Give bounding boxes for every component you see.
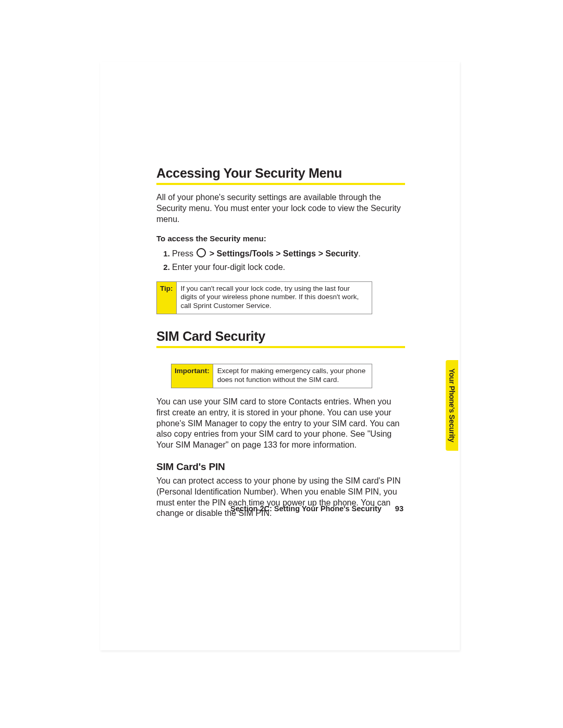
heading-rule xyxy=(156,183,405,185)
footer-page-number: 93 xyxy=(395,504,403,513)
lead-in-label: To access the Security menu: xyxy=(156,234,405,243)
side-tab: Your Phone's Security xyxy=(446,360,458,451)
page-content: Accessing Your Security Menu All of your… xyxy=(100,61,460,519)
intro-paragraph: All of your phone's security settings ar… xyxy=(156,192,405,225)
important-box: Important: Except for making emergency c… xyxy=(171,364,372,388)
document-page: Your Phone's Security Accessing Your Sec… xyxy=(100,61,460,526)
tip-text: If you can't recall your lock code, try … xyxy=(177,282,372,314)
subheading-sim-pin: SIM Card's PIN xyxy=(156,461,405,473)
tip-box: Tip: If you can't recall your lock code,… xyxy=(156,281,372,315)
steps-list: Press > Settings/Tools > Settings > Secu… xyxy=(156,248,405,273)
heading-accessing-security-menu: Accessing Your Security Menu xyxy=(156,166,405,181)
heading-rule-2 xyxy=(156,346,405,348)
footer-section: Section 2C: Setting Your Phone's Securit… xyxy=(230,504,382,513)
tip-label: Tip: xyxy=(157,282,177,314)
step-1-text-b: > Settings/Tools > Settings > Security xyxy=(207,249,358,258)
step-2: Enter your four-digit lock code. xyxy=(172,262,405,273)
ok-button-icon xyxy=(197,248,206,257)
important-label: Important: xyxy=(172,364,213,388)
important-text: Except for making emergency calls, your … xyxy=(213,364,372,388)
sim-paragraph: You can use your SIM card to store Conta… xyxy=(156,397,405,451)
heading-sim-card-security: SIM Card Security xyxy=(156,329,405,344)
step-1: Press > Settings/Tools > Settings > Secu… xyxy=(172,248,405,260)
side-tab-label: Your Phone's Security xyxy=(448,368,456,442)
page-footer: Section 2C: Setting Your Phone's Securit… xyxy=(230,504,403,513)
step-1-text-a: Press xyxy=(172,249,195,258)
step-1-text-c: . xyxy=(358,249,360,258)
